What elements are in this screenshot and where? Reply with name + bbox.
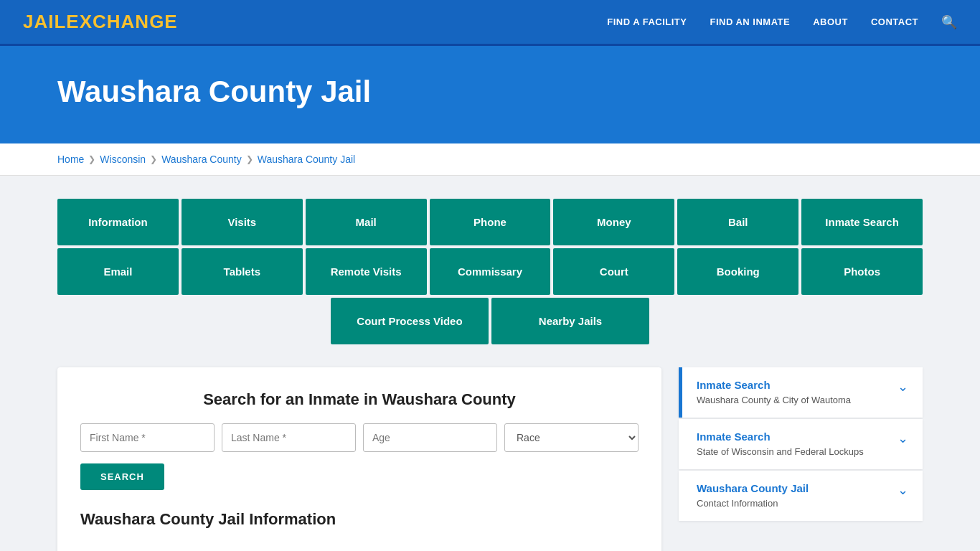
sidebar-item-2[interactable]: Waushara County Jail Contact Information…: [679, 471, 923, 521]
sidebar: Inmate Search Waushara County & City of …: [679, 367, 923, 521]
btn-information[interactable]: Information: [57, 199, 179, 245]
navbar: JAILEXCHANGE FIND A FACILITY FIND AN INM…: [0, 0, 980, 46]
sidebar-item-title-0: Inmate Search: [697, 379, 851, 391]
nav-links: FIND A FACILITY FIND AN INMATE ABOUT CON…: [607, 14, 957, 30]
btn-court-process-video[interactable]: Court Process Video: [331, 298, 489, 344]
breadcrumb: Home ❯ Wisconsin ❯ Waushara County ❯ Wau…: [0, 143, 980, 176]
breadcrumb-wisconsin[interactable]: Wisconsin: [100, 154, 146, 165]
btn-bail[interactable]: Bail: [677, 199, 798, 245]
btn-inmate-search[interactable]: Inmate Search: [801, 199, 923, 245]
chevron-down-icon: ⌄: [897, 379, 908, 395]
chevron-icon: ❯: [150, 154, 157, 164]
sidebar-item-text-1: Inmate Search State of Wisconsin and Fed…: [697, 430, 864, 458]
btn-tablets[interactable]: Tablets: [182, 248, 303, 295]
breadcrumb-jail[interactable]: Waushara County Jail: [258, 154, 355, 165]
race-select[interactable]: Race White Black Hispanic Asian Other: [504, 423, 639, 452]
btn-nearby-jails[interactable]: Nearby Jails: [491, 298, 649, 344]
breadcrumb-county[interactable]: Waushara County: [161, 154, 242, 165]
sidebar-item-subtitle-0: Waushara County & City of Wautoma: [697, 395, 851, 405]
breadcrumb-home[interactable]: Home: [57, 154, 84, 165]
btn-photos[interactable]: Photos: [801, 248, 923, 295]
btn-phone[interactable]: Phone: [430, 199, 551, 245]
sidebar-item-subtitle-1: State of Wisconsin and Federal Lockups: [697, 446, 864, 457]
btn-court[interactable]: Court: [553, 248, 674, 295]
sidebar-item-text-2: Waushara County Jail Contact Information: [697, 482, 809, 509]
age-input[interactable]: [363, 423, 497, 452]
nav-find-facility[interactable]: FIND A FACILITY: [607, 17, 687, 27]
first-name-input[interactable]: [80, 423, 215, 452]
grid-row-1: Information Visits Mail Phone Money Bail…: [57, 199, 923, 245]
info-title: Waushara County Jail Information: [80, 510, 639, 529]
logo-jail: JAIL: [23, 11, 66, 32]
btn-commissary[interactable]: Commissary: [430, 248, 551, 295]
last-name-input[interactable]: [222, 423, 356, 452]
sidebar-item-0[interactable]: Inmate Search Waushara County & City of …: [679, 367, 923, 418]
btn-booking[interactable]: Booking: [677, 248, 798, 295]
sidebar-item-1[interactable]: Inmate Search State of Wisconsin and Fed…: [679, 419, 923, 469]
search-icon[interactable]: 🔍: [941, 14, 957, 30]
sidebar-item-title-1: Inmate Search: [697, 430, 864, 443]
nav-about[interactable]: ABOUT: [813, 17, 848, 27]
btn-money[interactable]: Money: [553, 199, 674, 245]
nav-find-inmate[interactable]: FIND AN INMATE: [710, 17, 790, 27]
sidebar-item-text-0: Inmate Search Waushara County & City of …: [697, 379, 851, 406]
chevron-down-icon: ⌄: [897, 482, 908, 498]
main-section: Search for an Inmate in Waushara County …: [57, 367, 923, 551]
nav-contact[interactable]: CONTACT: [871, 17, 918, 27]
btn-remote-visits[interactable]: Remote Visits: [306, 248, 427, 295]
sidebar-item-subtitle-2: Contact Information: [697, 498, 778, 509]
chevron-icon: ❯: [246, 154, 253, 164]
main-content: Information Visits Mail Phone Money Bail…: [0, 176, 980, 551]
grid-row-3: Court Process Video Nearby Jails: [57, 298, 923, 344]
search-title: Search for an Inmate in Waushara County: [80, 390, 639, 409]
sidebar-item-title-2: Waushara County Jail: [697, 482, 809, 494]
btn-visits[interactable]: Visits: [182, 199, 303, 245]
btn-email[interactable]: Email: [57, 248, 179, 295]
page-title: Waushara County Jail: [57, 75, 923, 109]
search-card: Search for an Inmate in Waushara County …: [57, 367, 661, 551]
site-logo[interactable]: JAILEXCHANGE: [23, 11, 178, 33]
logo-exchange: EXCHANGE: [66, 11, 177, 32]
chevron-down-icon: ⌄: [897, 430, 908, 446]
search-inputs: Race White Black Hispanic Asian Other: [80, 423, 639, 452]
chevron-icon: ❯: [88, 154, 95, 164]
hero-section: Waushara County Jail: [0, 46, 980, 143]
search-button[interactable]: SEARCH: [80, 463, 164, 490]
btn-mail[interactable]: Mail: [306, 199, 427, 245]
category-grid: Information Visits Mail Phone Money Bail…: [57, 199, 923, 344]
grid-row-2: Email Tablets Remote Visits Commissary C…: [57, 248, 923, 295]
